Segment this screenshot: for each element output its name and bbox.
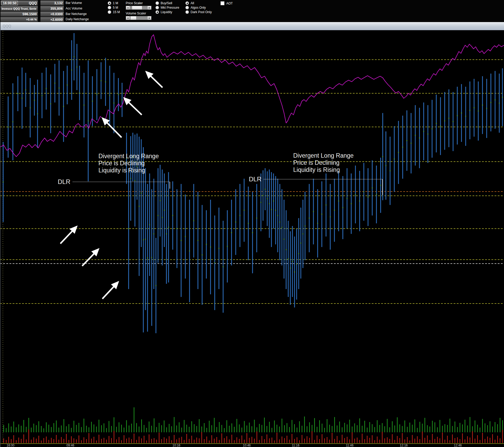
time-axis-label: 12:16	[400, 444, 408, 447]
radio-mkt-pressure[interactable]	[155, 6, 159, 9]
radio-liquidity-label: Liquidity	[161, 10, 172, 14]
annotation-text-line: Liquidity is Rising	[293, 166, 340, 173]
radio-1m-label: 1 M	[113, 1, 118, 5]
dlr-label: DLR	[58, 178, 70, 185]
annotation-text-line: Price is Declining	[98, 160, 145, 167]
radio-darkpool-only[interactable]	[185, 10, 189, 14]
radio-algos-only-label: Algos Only	[191, 6, 206, 9]
radio-15m[interactable]	[108, 10, 111, 14]
volume-scaler-label: Volume Scaler	[126, 12, 146, 15]
radio-all[interactable]	[185, 1, 189, 5]
bar-netchange-value: +0.0300	[40, 12, 64, 17]
price-scaler-slider[interactable]	[126, 6, 151, 10]
radio-1m[interactable]	[108, 1, 111, 5]
time-axis-label: 16:00	[7, 444, 14, 447]
chart-window-titlebar[interactable]: QQQ	[0, 22, 504, 30]
radio-all-label: All	[191, 1, 194, 5]
chart-window-title: QQQ	[3, 24, 11, 28]
radio-buysell-label: Buy/Sell	[161, 1, 172, 5]
time-axis-label: 12:46	[454, 444, 462, 447]
price-scaler-label: Price Scaler	[126, 1, 143, 5]
annotation-arrow-icon	[103, 118, 122, 137]
price-scaler-left-arrow-icon[interactable]	[126, 6, 130, 9]
instrument-name: Invesco QQQ Trust, Serie	[1, 6, 38, 11]
annotation-text-line: Divergent Long Range	[98, 153, 159, 160]
radio-mkt-pressure-label: Mkt Pressure	[161, 6, 179, 9]
daily-netchange-label: Daily Netchange	[66, 17, 89, 21]
annotation-arrow-icon	[146, 72, 162, 88]
dlr-label: DLR	[249, 176, 261, 183]
radio-5m[interactable]	[108, 6, 111, 9]
annotation-arrow-icon	[60, 227, 77, 244]
chart-canvas[interactable]: 16:0009:4610:1610:4611:1611:4612:1612:46…	[0, 0, 504, 447]
annotation-arrow-icon	[102, 282, 118, 299]
time-axis-label: 10:16	[172, 444, 180, 447]
price-scaler-thumb[interactable]	[132, 6, 142, 9]
acc-volume-label: Acc Volume	[66, 7, 82, 10]
volume-histogram-green	[4, 407, 502, 432]
chart-annotations: Divergent Long RangePrice is DecliningLi…	[58, 72, 382, 299]
last-update-time: 16:00:50	[2, 1, 18, 5]
radio-5m-label: 5 M	[113, 6, 118, 9]
last-price: 596.1500	[1, 12, 38, 17]
annotation-text-line: Liquidity is Rising	[98, 167, 145, 174]
annotation-text-line: Price is Declining	[293, 159, 339, 166]
volume-scaler-thumb[interactable]	[130, 16, 136, 20]
time-axis-label: 11:16	[292, 444, 299, 447]
radio-15m-label: 15 M	[113, 10, 120, 14]
acc-volume-value: 355,806	[40, 6, 64, 11]
radio-liquidity[interactable]	[155, 10, 159, 14]
time-axis: 16:0009:4610:1610:4611:1611:4612:1612:46	[0, 444, 504, 447]
quote-time-symbol-cell: 16:00:50 QQQ	[1, 1, 38, 6]
annotation-text-line: Divergent Long Range	[293, 152, 354, 159]
top-control-panel: 16:00:50 QQQ Invesco QQQ Trust, Serie 59…	[0, 0, 504, 22]
radio-buysell[interactable]	[155, 1, 159, 5]
radio-darkpool-only-label: Dark Pool Only	[191, 10, 212, 14]
price-scaler-right-arrow-icon[interactable]	[147, 6, 151, 9]
field-labels: Bar Volume Acc Volume Bar Netchange Dail…	[66, 0, 105, 22]
annotation-arrow-icon	[124, 98, 142, 115]
bar-volume-label: Bar Volume	[66, 1, 82, 5]
percent-change: +0.44 %	[1, 17, 38, 22]
volume-scaler-slider[interactable]	[126, 16, 151, 20]
symbol-label: QQQ	[29, 1, 37, 5]
liquidity-bars	[3, 33, 502, 333]
aot-checkbox[interactable]	[220, 1, 224, 5]
volume-histogram-red	[4, 429, 502, 443]
radio-algos-only[interactable]	[185, 6, 189, 9]
volume-scaler-left-arrow-icon[interactable]	[126, 16, 130, 20]
trading-app-window: 16:0009:4610:1610:4611:1611:4612:1612:46…	[0, 0, 504, 447]
volume-scaler-right-arrow-icon[interactable]	[147, 16, 151, 20]
time-axis-label: 09:46	[66, 444, 74, 447]
aot-label: AOT	[226, 2, 233, 5]
price-line	[0, 35, 504, 157]
window-left-border	[0, 22, 1, 447]
daily-netchange-value: +2.6000	[40, 17, 64, 22]
bar-netchange-label: Bar Netchange	[66, 12, 87, 16]
time-axis-label: 11:46	[346, 444, 353, 447]
time-axis-label: 10:46	[243, 444, 251, 447]
bar-volume-value: 3,132	[40, 1, 64, 6]
